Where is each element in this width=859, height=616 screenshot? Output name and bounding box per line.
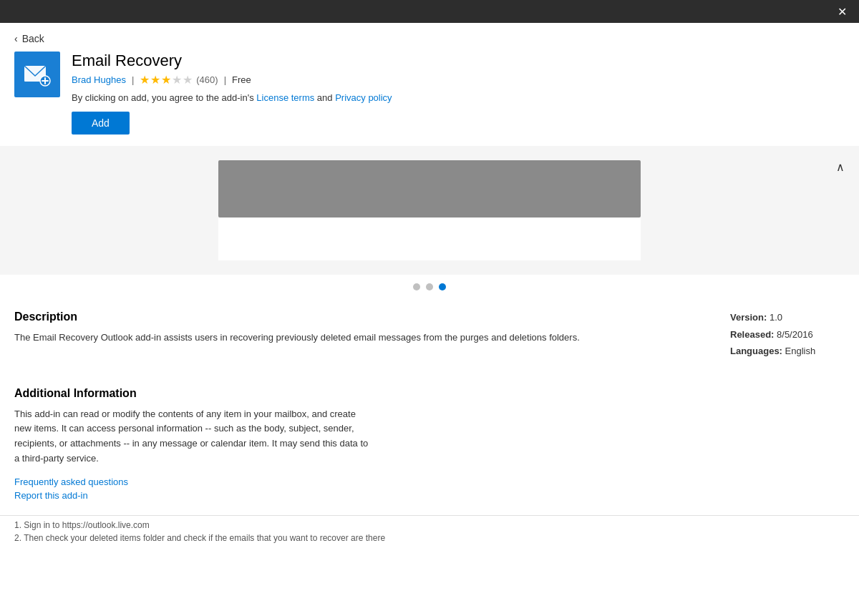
faq-link[interactable]: Frequently asked questions: [14, 476, 845, 487]
description-title: Description: [14, 311, 702, 323]
back-label: Back: [22, 33, 44, 44]
email-recovery-icon: [21, 59, 53, 90]
version-row: Version: 1.0: [730, 311, 845, 325]
additional-title: Additional Information: [14, 387, 845, 400]
star-rating: ★ ★ ★ ★ ★ (460): [140, 73, 218, 87]
app-info: Email Recovery Brad Hughes | ★ ★ ★ ★ ★ (…: [72, 52, 845, 135]
screenshot-image: [218, 160, 641, 217]
separator-2: |: [224, 74, 226, 85]
rating-count: (460): [196, 74, 218, 85]
app-meta: Brad Hughes | ★ ★ ★ ★ ★ (460) | Free: [72, 73, 845, 87]
additional-text: This add-in can read or modify the conte…: [14, 407, 372, 466]
version-label: Version:: [730, 312, 767, 323]
star-4: ★: [172, 73, 182, 87]
released-value-text: 8/5/2016: [777, 329, 813, 340]
carousel-dot-1[interactable]: [413, 283, 420, 290]
carousel-dots: [0, 275, 859, 299]
additional-section: Additional Information This add-in can r…: [0, 373, 859, 515]
report-link[interactable]: Report this add-in: [14, 490, 845, 501]
app-title: Email Recovery: [72, 52, 845, 70]
screenshot-area: ∧: [0, 146, 859, 275]
star-2: ★: [150, 73, 160, 87]
languages-label: Languages:: [730, 346, 782, 356]
star-1: ★: [140, 73, 150, 87]
back-chevron-icon: ‹: [14, 33, 18, 44]
description-main: Description The Email Recovery Outlook a…: [14, 311, 702, 361]
star-5: ★: [183, 73, 193, 87]
close-button[interactable]: ✕: [833, 3, 850, 20]
author-link[interactable]: Brad Hughes: [72, 74, 126, 85]
screenshot-box: [218, 160, 641, 260]
add-button[interactable]: Add: [72, 112, 130, 135]
top-bar: ✕: [0, 0, 859, 23]
terms-text-before: By clicking on add, you agree to the add…: [72, 92, 256, 103]
meta-info: Version: 1.0 Released: 8/5/2016 Language…: [730, 311, 845, 361]
description-section: Description The Email Recovery Outlook a…: [0, 299, 859, 373]
bottom-hints: 1. Sign in to https://outlook.live.com 2…: [0, 515, 859, 547]
chevron-up-icon[interactable]: ∧: [836, 160, 845, 174]
hint-item-1: 1. Sign in to https://outlook.live.com: [14, 519, 845, 532]
star-3: ★: [161, 73, 171, 87]
license-terms-link[interactable]: License terms: [256, 92, 314, 103]
privacy-policy-link[interactable]: Privacy policy: [335, 92, 392, 103]
version-value-text: 1.0: [770, 312, 782, 323]
content-area[interactable]: ‹ Back Email Recovery: [0, 23, 859, 616]
released-row: Released: 8/5/2016: [730, 328, 845, 342]
app-icon: [14, 52, 60, 97]
price-label: Free: [232, 74, 251, 85]
app-header: Email Recovery Brad Hughes | ★ ★ ★ ★ ★ (…: [0, 52, 859, 146]
hint-item-2: 2. Then check your deleted items folder …: [14, 532, 845, 544]
terms-line: By clicking on add, you agree to the add…: [72, 92, 845, 103]
main-content: ‹ Back Email Recovery: [0, 23, 859, 616]
languages-row: Languages: English: [730, 344, 845, 358]
released-label: Released:: [730, 329, 774, 340]
terms-text-middle: and: [314, 92, 335, 103]
carousel-dot-3[interactable]: [439, 283, 446, 290]
description-text: The Email Recovery Outlook add-in assist…: [14, 331, 702, 345]
separator-1: |: [132, 74, 134, 85]
carousel-dot-2[interactable]: [426, 283, 433, 290]
back-nav[interactable]: ‹ Back: [0, 23, 859, 52]
languages-value-text: English: [785, 346, 816, 356]
screenshot-lower: [218, 217, 641, 260]
